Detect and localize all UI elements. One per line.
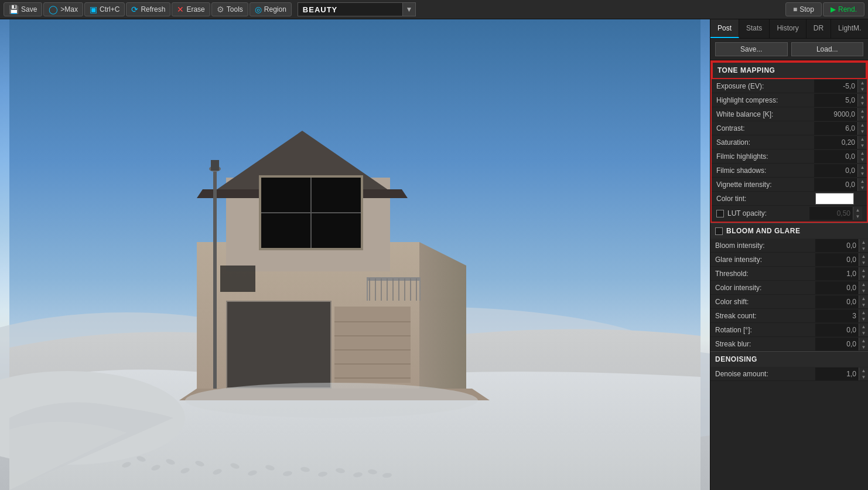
stop-button[interactable]: ■ Stop [785,2,822,16]
spinner-down[interactable]: ▼ [857,114,867,121]
erase-button[interactable]: ✕ Erase [172,2,210,16]
denoise-amount-spinner[interactable]: ▲ ▼ [859,368,868,380]
viewport[interactable] [0,19,710,490]
spinner-down[interactable]: ▼ [857,100,867,107]
save-button[interactable]: 💾 Save [4,2,42,16]
spinner-down[interactable]: ▼ [857,128,867,135]
spinner-up[interactable]: ▲ [859,281,868,288]
spinner-down[interactable]: ▼ [859,274,868,280]
exposure-input[interactable] [814,80,857,93]
saturation-spinner[interactable]: ▲ ▼ [857,136,867,149]
spinner-up[interactable]: ▲ [857,178,867,185]
tab-stats[interactable]: Stats [739,19,770,38]
spinner-up[interactable]: ▲ [857,94,867,100]
spinner-down[interactable]: ▼ [859,374,868,380]
bloom-intensity-input[interactable] [815,239,859,252]
color-intensity-value: ▲ ▼ [815,281,868,294]
vignette-spinner[interactable]: ▲ ▼ [857,178,867,191]
spinner-up[interactable]: ▲ [857,150,867,156]
color-shift-input[interactable] [815,295,859,308]
spinner-up[interactable]: ▲ [857,136,867,142]
color-intensity-spinner[interactable]: ▲ ▼ [859,281,868,294]
spinner-down[interactable]: ▼ [857,142,867,149]
vignette-input[interactable] [814,178,857,191]
save-button[interactable]: Save... [715,42,788,56]
streak-count-input[interactable] [815,309,859,322]
spinner-down[interactable]: ▼ [857,156,867,163]
lut-spinner[interactable]: ▲ ▼ [853,207,862,220]
spinner-up[interactable]: ▲ [859,267,868,274]
streak-blur-spinner[interactable]: ▲ ▼ [859,338,868,351]
spinner-down[interactable]: ▼ [859,302,868,308]
rotation-input[interactable] [815,324,859,336]
region-button[interactable]: ◎ Region [250,2,292,16]
rotation-spinner[interactable]: ▲ ▼ [859,324,868,336]
spinner-up[interactable]: ▲ [859,253,868,260]
lut-input[interactable] [809,207,853,220]
bloom-intensity-spinner[interactable]: ▲ ▼ [859,239,868,252]
saturation-input[interactable] [814,136,857,149]
threshold-spinner[interactable]: ▲ ▼ [859,267,868,280]
render-name-input[interactable] [298,2,403,16]
spinner-up[interactable]: ▲ [859,324,868,330]
spinner-up[interactable]: ▲ [859,309,868,316]
glare-intensity-spinner[interactable]: ▲ ▼ [859,253,868,266]
spinner-up[interactable]: ▲ [857,164,867,171]
spinner-down[interactable]: ▼ [859,246,868,252]
streak-count-spinner[interactable]: ▲ ▼ [859,309,868,322]
exposure-spinner[interactable]: ▲ ▼ [857,80,867,93]
spinner-down[interactable]: ▼ [857,171,867,177]
spinner-up[interactable]: ▲ [857,122,867,128]
spinner-down[interactable]: ▼ [859,330,868,336]
spinner-down[interactable]: ▼ [859,260,868,266]
contrast-spinner[interactable]: ▲ ▼ [857,122,867,135]
contrast-input[interactable] [814,122,857,135]
render-name-dropdown[interactable]: ▼ [403,2,416,16]
glare-intensity-input[interactable] [815,253,859,266]
spinner-down[interactable]: ▼ [859,288,868,294]
prop-row-highlight: Highlight compress: ▲ ▼ [712,93,867,107]
svg-rect-26 [419,277,421,301]
spinner-up[interactable]: ▲ [857,80,867,86]
tools-button[interactable]: ⚙ Tools [211,2,248,16]
spinner-up[interactable]: ▲ [859,239,868,246]
bloom-intensity-label: Bloom intensity: [710,240,815,251]
color-intensity-input[interactable] [815,281,859,294]
refresh-button[interactable]: ⟳ Refresh [126,2,170,16]
color-shift-spinner[interactable]: ▲ ▼ [859,295,868,308]
threshold-input[interactable] [815,267,859,280]
highlight-input[interactable] [814,94,857,107]
spinner-down[interactable]: ▼ [853,213,862,220]
filmic-highlights-spinner[interactable]: ▲ ▼ [857,150,867,163]
denoise-amount-input[interactable] [815,368,859,380]
spinner-up[interactable]: ▲ [859,338,868,344]
spinner-down[interactable]: ▼ [857,185,867,191]
glare-intensity-value: ▲ ▼ [815,253,868,266]
spinner-up[interactable]: ▲ [859,295,868,302]
highlight-spinner[interactable]: ▲ ▼ [857,94,867,107]
tab-history[interactable]: History [770,19,806,38]
tab-lightm[interactable]: LightM. [831,19,868,38]
exposure-value: ▲ ▼ [814,80,867,93]
bloom-glare-checkbox[interactable] [715,227,723,235]
spinner-down[interactable]: ▼ [859,316,868,322]
filmic-highlights-input[interactable] [814,150,857,163]
spinner-up[interactable]: ▲ [853,207,862,213]
filmic-shadows-spinner[interactable]: ▲ ▼ [857,164,867,177]
tab-dr[interactable]: DR [807,19,831,38]
spinner-down[interactable]: ▼ [857,86,867,93]
spinner-up[interactable]: ▲ [859,368,868,374]
load-button[interactable]: Load... [791,42,864,56]
whitebalance-input[interactable] [814,108,857,121]
render-button[interactable]: ▶ Rend. [823,2,864,16]
spinner-up[interactable]: ▲ [857,108,867,114]
streak-blur-input[interactable] [815,338,859,351]
lut-checkbox[interactable] [716,210,724,217]
max-button[interactable]: ◯ >Max [43,2,83,16]
whitebalance-spinner[interactable]: ▲ ▼ [857,108,867,121]
ctrlc-button[interactable]: ▣ Ctrl+C [84,2,125,16]
tab-post[interactable]: Post [710,19,739,38]
color-tint-swatch[interactable] [815,193,854,205]
filmic-shadows-input[interactable] [814,164,857,177]
spinner-down[interactable]: ▼ [859,344,868,351]
